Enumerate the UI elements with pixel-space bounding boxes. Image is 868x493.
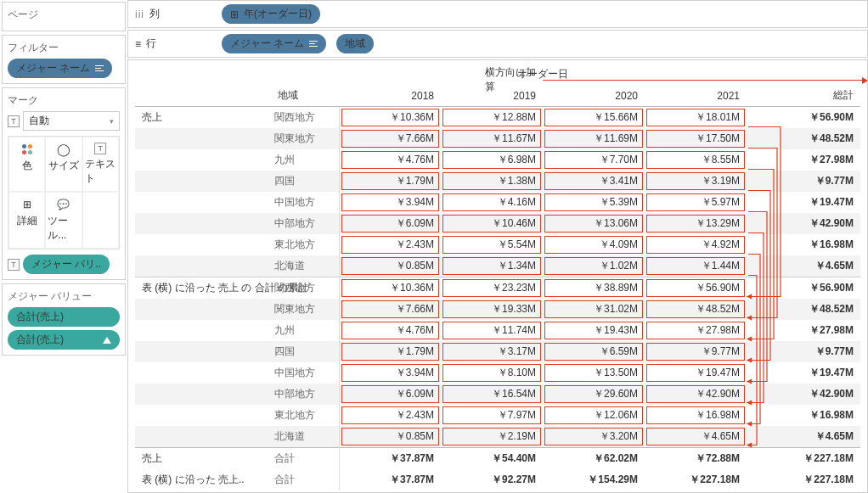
arrow-right-icon [543, 80, 867, 81]
rows-shelf[interactable]: ≡行 メジャー ネーム 地域 [127, 30, 868, 58]
pill-label: 合計(売上) [16, 333, 64, 347]
marks-label: マーク [8, 93, 120, 108]
text-mark-icon: T [8, 115, 20, 127]
pages-shelf[interactable]: ページ [2, 2, 126, 31]
rows-pill-region[interactable]: 地域 [336, 34, 374, 53]
mark-type-select[interactable]: 自動 [23, 111, 120, 131]
pages-label: ページ [8, 8, 120, 22]
mark-empty [82, 192, 119, 249]
rows-pill-measure-names[interactable]: メジャー ネーム [222, 34, 326, 53]
pill-label: 地域 [345, 36, 365, 51]
annotation-label: 横方向に加算 [485, 65, 867, 94]
table-row[interactable]: 東北地方￥2.43M￥7.97M￥12.06M￥16.98M￥16.98M [135, 405, 860, 426]
plus-icon: ⊞ [230, 8, 239, 20]
mark-type-value: 自動 [29, 114, 49, 128]
pill-label: メジャー バリ.. [31, 257, 101, 272]
columns-label: 列 [149, 7, 160, 21]
viz-area: 横方向に加算 オーダー日 地域 2018 2019 2020 2021 [127, 59, 868, 493]
delta-icon [103, 337, 111, 344]
subtotal-row[interactable]: 表 (横) に沿った 売上..合計￥37.87M￥92.27M￥154.29M￥… [135, 469, 860, 490]
table-row[interactable]: 中国地方￥3.94M￥8.10M￥13.50M￥19.47M￥19.47M [135, 362, 860, 384]
pill-label: メジャー ネーム [16, 61, 90, 76]
table-row[interactable]: 売上関西地方￥10.36M￥12.88M￥15.66M￥18.01M￥56.90… [135, 107, 860, 129]
mark-tooltip-button[interactable]: 💬 ツール... [45, 192, 82, 249]
table-row[interactable]: 関東地方￥7.66M￥19.33M￥31.02M￥48.52M￥48.52M [135, 299, 860, 320]
group-label: 売上 [142, 111, 162, 123]
crosstab: オーダー日 地域 2018 2019 2020 2021 総計 売上関西地方￥1… [135, 64, 860, 490]
mv-pill-sum-sales-1[interactable]: 合計(売上) [8, 307, 120, 327]
table-row[interactable]: 北海道￥0.85M￥2.19M￥3.20M￥4.65M￥4.65M [135, 426, 860, 448]
region-header: 地域 [271, 85, 339, 107]
marks-card: マーク T 自動 色 ◯ サイズ T テキスト ⊞ [2, 87, 126, 280]
measure-values-shelf: メジャー バリュー 合計(売上) 合計(売上) [2, 283, 126, 356]
detail-icon: ⊞ [20, 198, 34, 211]
table-row[interactable]: 東北地方￥2.43M￥5.54M￥4.09M￥4.92M￥16.98M [135, 234, 860, 255]
rows-icon: ≡ [135, 38, 141, 50]
mv-pill-sum-sales-2[interactable]: 合計(売上) [8, 330, 120, 350]
mark-detail-button[interactable]: ⊞ 詳細 [8, 192, 45, 249]
tooltip-icon: 💬 [57, 198, 70, 211]
table-row[interactable]: 九州￥4.76M￥6.98M￥7.70M￥8.55M￥27.98M [135, 149, 860, 171]
mark-pill-measure-values[interactable]: メジャー バリ.. [23, 255, 110, 274]
bars-icon [309, 41, 318, 48]
table-row[interactable]: 中部地方￥6.09M￥16.54M￥29.60M￥42.90M￥42.90M [135, 384, 860, 405]
text-icon: T [94, 143, 106, 154]
pill-label: 合計(売上) [16, 310, 64, 324]
table-row[interactable]: 四国￥1.79M￥3.17M￥6.59M￥9.77M￥9.77M [135, 341, 860, 362]
col-2018[interactable]: 2018 [339, 85, 441, 107]
table-row[interactable]: 中国地方￥3.94M￥4.16M￥5.39M￥5.97M￥19.47M [135, 192, 860, 213]
size-icon: ◯ [57, 143, 70, 156]
pill-label: 年(オーダー日) [244, 7, 312, 21]
palette-icon [20, 143, 34, 156]
pill-label: メジャー ネーム [230, 36, 304, 51]
table-row[interactable]: 北海道￥0.85M￥1.34M￥1.02M￥1.44M￥4.65M [135, 255, 860, 277]
filters-label: フィルター [8, 41, 120, 55]
rows-label: 行 [146, 36, 156, 51]
table-row[interactable]: 九州￥4.76M￥11.74M￥19.43M￥27.98M￥27.98M [135, 320, 860, 341]
filters-shelf[interactable]: フィルター メジャー ネーム [2, 35, 126, 84]
bars-icon [95, 65, 104, 72]
mark-size-button[interactable]: ◯ サイズ [45, 137, 82, 192]
columns-pill-year[interactable]: ⊞ 年(オーダー日) [222, 4, 320, 24]
columns-shelf[interactable]: iii列 ⊞ 年(オーダー日) [127, 0, 868, 28]
columns-icon: iii [135, 8, 144, 20]
subtotal-row[interactable]: 売上合計￥37.87M￥54.40M￥62.02M￥72.88M￥227.18M [135, 448, 860, 470]
table-row[interactable]: 関東地方￥7.66M￥11.67M￥11.69M￥17.50M￥48.52M [135, 128, 860, 149]
measure-values-label: メジャー バリュー [8, 289, 120, 304]
text-encoding-icon: T [8, 259, 20, 271]
table-row[interactable]: 表 (横) に沿った 売上 の 合計 の累計関西地方￥10.36M￥23.23M… [135, 277, 860, 300]
filter-pill-measure-names[interactable]: メジャー ネーム [8, 59, 112, 78]
mark-text-button[interactable]: T テキスト [82, 137, 119, 192]
mark-color-button[interactable]: 色 [8, 137, 45, 192]
table-row[interactable]: 四国￥1.79M￥1.38M￥3.41M￥3.19M￥9.77M [135, 171, 860, 192]
table-row[interactable]: 中部地方￥6.09M￥10.46M￥13.06M￥13.29M￥42.90M [135, 213, 860, 234]
